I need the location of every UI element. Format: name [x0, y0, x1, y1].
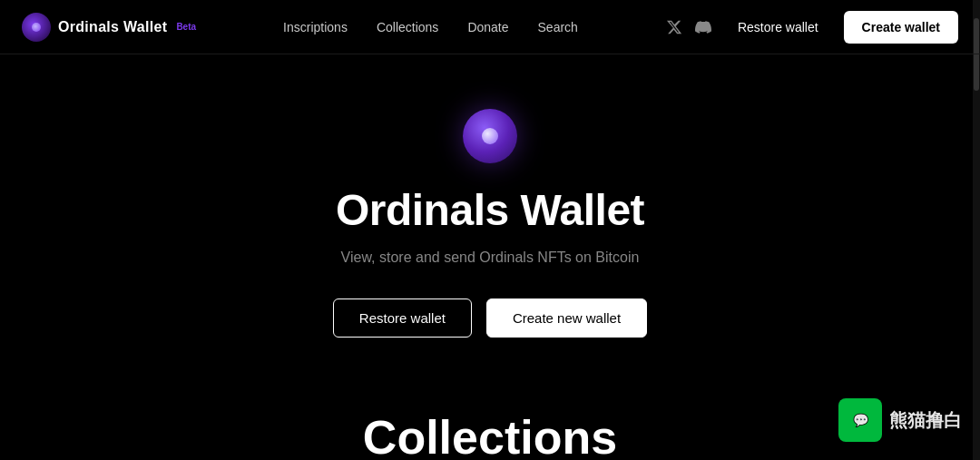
- hero-logo-inner: [482, 128, 498, 144]
- hero-subtitle: View, store and send Ordinals NFTs on Bi…: [341, 250, 640, 266]
- navbar: Ordinals Wallet Beta Inscriptions Collec…: [0, 0, 980, 54]
- restore-wallet-button[interactable]: Restore wallet: [727, 13, 829, 42]
- social-icons-group: [665, 18, 712, 36]
- hero-buttons: Restore wallet Create new wallet: [333, 299, 647, 338]
- brand-logo: [22, 13, 51, 42]
- collections-title: Collections: [363, 410, 617, 460]
- discord-icon[interactable]: [694, 18, 712, 36]
- twitter-icon[interactable]: [665, 18, 683, 36]
- watermark-text: 熊猫撸白: [889, 408, 962, 433]
- hero-restore-wallet-button[interactable]: Restore wallet: [333, 299, 472, 338]
- nav-links: Inscriptions Collections Donate Search: [283, 20, 578, 34]
- hero-section: Ordinals Wallet View, store and send Ord…: [0, 54, 980, 374]
- hero-title: Ordinals Wallet: [336, 185, 644, 235]
- scrollbar[interactable]: [973, 0, 980, 460]
- nav-search[interactable]: Search: [538, 20, 578, 34]
- watermark-qr-icon: 💬: [838, 398, 882, 442]
- beta-badge: Beta: [176, 22, 196, 32]
- collections-section: Collections: [0, 374, 980, 460]
- nav-donate[interactable]: Donate: [467, 20, 508, 34]
- watermark: 💬 熊猫撸白: [838, 398, 962, 442]
- nav-inscriptions[interactable]: Inscriptions: [283, 20, 348, 34]
- hero-logo: [463, 109, 517, 163]
- brand-area: Ordinals Wallet Beta: [22, 13, 196, 42]
- navbar-actions: Restore wallet Create wallet: [665, 11, 958, 44]
- logo-inner-circle: [32, 23, 41, 32]
- nav-collections[interactable]: Collections: [377, 20, 438, 34]
- create-wallet-button[interactable]: Create wallet: [844, 11, 958, 44]
- brand-name: Ordinals Wallet: [58, 19, 167, 35]
- hero-create-wallet-button[interactable]: Create new wallet: [486, 299, 647, 338]
